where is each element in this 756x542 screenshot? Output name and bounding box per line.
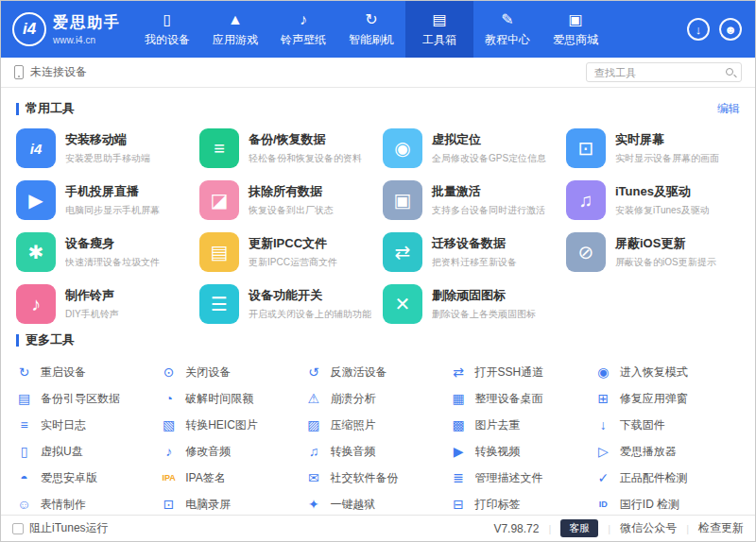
app-window: i4 爱思助手 www.i4.cn ▯我的设备▲应用游戏♪铃声壁纸↻智能刷机▤工… [0,0,756,542]
nav-i4-store[interactable]: ▣爱思商城 [541,1,610,58]
tool-subtitle: DIY手机铃声 [65,308,119,321]
tool-print-label[interactable]: ⊟打印标签 [451,491,595,515]
print-label-icon: ⊟ [451,497,467,512]
tool-i4-android[interactable]: ◓爱思安卓版 [16,465,161,491]
tool-text: 安装移动端安装爱思助手移动端 [65,131,150,165]
tool-virtual-location[interactable]: ◉虚拟定位全局修改设备GPS定位信息 [383,127,557,169]
nav-my-devices[interactable]: ▯我的设备 [133,1,201,58]
download-firmware-icon: ↓ [595,417,611,432]
tool-subtitle: 开启或关闭设备上的辅助功能 [249,308,371,321]
tool-label: 崩溃分析 [330,391,375,407]
tool-virtual-usb-drive[interactable]: ▯虚拟U盘 [16,438,161,465]
tool-convert-video[interactable]: ▶转换视频 [451,438,595,465]
edit-link[interactable]: 编辑 [717,101,740,117]
nav-label: 我的设备 [145,32,190,48]
tool-open-ssh-tunnel[interactable]: ⇄打开SSH通道 [451,359,595,385]
restart-device-icon: ↻ [16,364,32,380]
nav-apps-games[interactable]: ▲应用游戏 [201,1,269,58]
nav-smart-flash[interactable]: ↻智能刷机 [337,1,405,58]
check-update-link[interactable]: 检查更新 [698,520,744,536]
tool-text: 迁移设备数据把资料迁移至新设备 [432,235,517,269]
dedupe-images-icon: ▩ [451,417,467,432]
tool-device-switches[interactable]: ☰设备功能开关开启或关闭设备上的辅助功能 [199,283,373,325]
tool-label: 表情制作 [41,497,86,513]
support-button[interactable]: 客服 [560,519,598,537]
tool-crash-analysis[interactable]: ⚠崩溃分析 [305,385,450,412]
tool-title: 设备瘦身 [65,235,160,252]
tool-subtitle: 把资料迁移至新设备 [432,256,517,269]
tool-subtitle: 全局修改设备GPS定位信息 [432,152,546,165]
tool-pc-screen-record[interactable]: ⊡电脑录屏 [161,491,305,515]
nav-tutorial-center[interactable]: ✎教程中心 [473,1,541,58]
tool-emoji-maker[interactable]: ☺表情制作 [16,491,161,515]
tool-label: 一键越狱 [330,497,375,513]
update-ipcc-icon: ▤ [199,232,239,272]
tool-i4-player[interactable]: ▷爱思播放器 [595,438,740,465]
tool-backup-boot-data[interactable]: ▤备份引导区数据 [16,385,161,412]
checkbox-icon[interactable] [12,523,24,534]
realtime-log-icon: ≡ [16,417,32,432]
tool-block-ios-update[interactable]: ⊘屏蔽iOS更新屏蔽设备的iOS更新提示 [566,231,740,273]
tool-label: 重启设备 [41,364,86,381]
download-button[interactable]: ↓ [687,18,710,41]
tool-delete-stubborn-icons[interactable]: ✕删除顽固图标删除设备上各类顽固图标 [383,283,557,325]
toolbox-icon: ▤ [432,11,446,28]
tool-erase-all-data[interactable]: ◪抹除所有数据恢复设备到出厂状态 [199,179,373,221]
tool-enter-recovery-mode[interactable]: ◉进入恢复模式 [595,359,740,385]
tool-realtime-log[interactable]: ≡实时日志 [16,412,161,438]
tool-one-click-jailbreak[interactable]: ✦一键越狱 [305,491,450,515]
compress-photos-icon: ▨ [305,417,321,432]
tool-id-check[interactable]: ID国行ID 检测 [595,491,740,515]
tool-organize-home-screen[interactable]: ▦整理设备桌面 [451,385,595,412]
tool-update-ipcc[interactable]: ▤更新IPCC文件更新IPCC运营商文件 [199,231,373,273]
more-tools-header: 更多工具 [16,329,740,351]
tool-manage-profiles[interactable]: ≣管理描述文件 [451,465,595,491]
app-logo[interactable]: i4 爱思助手 www.i4.cn [1,1,133,58]
device-slimming-icon: ✱ [16,232,56,272]
tool-device-slimming[interactable]: ✱设备瘦身快速清理设备垃圾文件 [16,231,190,273]
genuine-accessory-check-icon: ✓ [595,470,611,485]
tool-social-app-backup[interactable]: ✉社交软件备份 [305,465,450,491]
delete-stubborn-icons-icon: ✕ [383,284,422,324]
tool-title: 迁移设备数据 [432,235,517,252]
tool-label: IPA签名 [185,470,225,486]
wechat-link[interactable]: 微信公众号 [620,520,677,536]
tool-text: 制作铃声DIY手机铃声 [65,287,119,321]
tool-make-ringtone[interactable]: ♪制作铃声DIY手机铃声 [16,283,190,325]
tool-edit-audio[interactable]: ♪修改音频 [161,438,305,465]
tool-subtitle: 安装爱思助手移动端 [65,152,150,165]
footer-actions: V7.98.72 | 客服 | 微信公众号 | 检查更新 [493,519,744,537]
search-icon[interactable] [726,68,733,76]
tool-genuine-accessory-check[interactable]: ✓正品配件检测 [595,465,740,491]
search-input[interactable] [594,67,720,78]
more-tools-grid: ↻重启设备⊙关闭设备↺反激活设备⇄打开SSH通道◉进入恢复模式▤备份引导区数据◔… [16,359,740,515]
device-search-bar: 未连接设备 [1,58,755,88]
tool-ipa-signing[interactable]: IPAIPA签名 [161,465,305,491]
tool-batch-activation[interactable]: ▣批量激活支持多台设备同时进行激活 [383,179,557,221]
nav-toolbox[interactable]: ▤工具箱 [405,1,473,58]
user-account-button[interactable]: ☻ [719,18,742,41]
tool-migrate-device-data[interactable]: ⇄迁移设备数据把资料迁移至新设备 [383,231,557,273]
tool-text: 备份/恢复数据轻松备份和恢复设备的资料 [249,131,362,165]
nav-ringtones-wallpapers[interactable]: ♪铃声壁纸 [269,1,337,58]
search-box[interactable] [586,62,742,82]
tool-restart-device[interactable]: ↻重启设备 [16,359,161,385]
tool-backup-restore[interactable]: ≡备份/恢复数据轻松备份和恢复设备的资料 [199,127,373,169]
tool-convert-heic[interactable]: ▧转换HEIC图片 [161,412,305,438]
tool-screen-mirroring[interactable]: ▶手机投屏直播电脑同步显示手机屏幕 [16,179,190,221]
tool-compress-photos[interactable]: ▨压缩照片 [305,412,450,438]
backup-restore-icon: ≡ [199,128,239,168]
tool-deactivate-device[interactable]: ↺反激活设备 [305,359,450,385]
block-itunes-toggle[interactable]: 阻止iTunes运行 [12,520,109,536]
tool-itunes-driver[interactable]: ♫iTunes及驱动安装修复iTunes及驱动 [566,179,740,221]
tool-install-mobile[interactable]: i4安装移动端安装爱思助手移动端 [16,127,190,169]
tool-crack-screen-time[interactable]: ◔破解时间限额 [161,385,305,412]
tool-shutdown-device[interactable]: ⊙关闭设备 [161,359,305,385]
tool-dedupe-images[interactable]: ▩图片去重 [451,412,595,438]
divider: | [686,523,689,534]
common-tools-grid: i4安装移动端安装爱思助手移动端≡备份/恢复数据轻松备份和恢复设备的资料◉虚拟定… [16,127,740,325]
tool-realtime-screen[interactable]: ⊡实时屏幕实时显示设备屏幕的画面 [566,127,740,169]
tool-convert-audio[interactable]: ♫转换音频 [305,438,450,465]
tool-download-firmware[interactable]: ↓下载固件 [595,412,740,438]
tool-fix-app-popup[interactable]: ⊞修复应用弹窗 [595,385,740,412]
